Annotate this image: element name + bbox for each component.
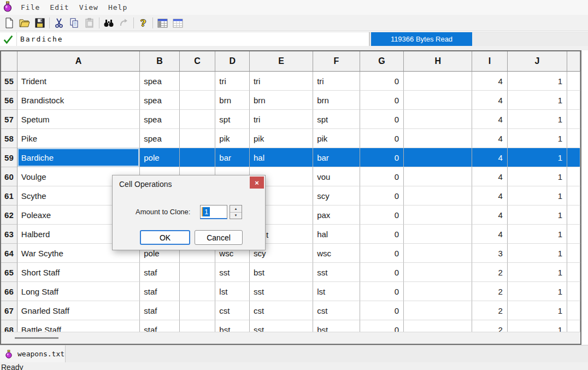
cut-icon[interactable] <box>51 16 67 30</box>
cell[interactable] <box>567 186 580 205</box>
cell[interactable] <box>180 110 216 129</box>
cell[interactable]: spea <box>140 91 180 110</box>
cell[interactable]: sst <box>250 282 313 301</box>
cell[interactable]: vou <box>313 167 360 186</box>
cell[interactable]: Long Staff <box>17 282 140 301</box>
cell[interactable]: Trident <box>17 72 140 91</box>
cell[interactable] <box>404 129 472 148</box>
column-header[interactable] <box>567 51 580 72</box>
cell[interactable]: wsc <box>313 244 360 263</box>
row-number[interactable]: 59 <box>1 148 17 167</box>
cell[interactable]: 1 <box>508 225 567 244</box>
spin-down-icon[interactable]: ▼ <box>230 213 242 219</box>
cell[interactable]: 2 <box>472 282 508 301</box>
cell[interactable] <box>404 205 472 225</box>
cell[interactable]: 1 <box>508 186 567 205</box>
cell[interactable]: Pike <box>17 129 140 148</box>
row-number[interactable]: 67 <box>1 301 17 320</box>
row-number[interactable]: 63 <box>1 225 17 244</box>
cell[interactable]: brn <box>250 91 313 110</box>
cell[interactable]: tri <box>250 72 313 91</box>
cell[interactable]: bst <box>250 263 313 282</box>
cell[interactable] <box>180 72 216 91</box>
cell[interactable] <box>567 244 580 263</box>
cell[interactable] <box>180 148 216 167</box>
cell[interactable]: 0 <box>360 263 404 282</box>
cell[interactable]: brn <box>313 91 360 110</box>
cell[interactable] <box>404 282 472 301</box>
cell[interactable] <box>404 148 472 167</box>
cell[interactable]: bar <box>313 148 360 167</box>
cell[interactable]: Brandistock <box>17 91 140 110</box>
horizontal-scrollbar[interactable] <box>1 332 580 344</box>
column-header[interactable]: B <box>140 51 180 72</box>
cell[interactable]: pole <box>140 148 180 167</box>
menu-edit[interactable]: Edit <box>46 3 75 11</box>
cell[interactable]: lst <box>313 282 360 301</box>
column-header[interactable]: H <box>404 51 472 72</box>
column-header[interactable]: C <box>180 51 216 72</box>
cell[interactable]: 1 <box>508 244 567 263</box>
cell[interactable]: brn <box>215 91 250 110</box>
cell[interactable]: Gnarled Staff <box>17 301 140 320</box>
cell[interactable]: 4 <box>472 110 508 129</box>
column-header[interactable]: E <box>250 51 313 72</box>
cell[interactable] <box>567 282 580 301</box>
cell[interactable]: Bardiche <box>17 148 140 167</box>
cell[interactable] <box>567 91 580 110</box>
find-icon[interactable] <box>101 16 116 30</box>
column-header[interactable]: D <box>215 51 250 72</box>
column-header[interactable]: J <box>508 51 567 72</box>
cell[interactable]: 1 <box>508 91 567 110</box>
cell[interactable]: cst <box>215 301 250 320</box>
cancel-button[interactable]: Cancel <box>195 230 243 245</box>
formula-input[interactable] <box>17 32 368 46</box>
cell[interactable]: hal <box>250 148 313 167</box>
cell[interactable] <box>567 110 580 129</box>
column-header[interactable]: G <box>360 51 404 72</box>
spin-up-icon[interactable]: ▲ <box>230 205 242 213</box>
row-number[interactable]: 64 <box>1 244 17 263</box>
cell[interactable] <box>567 72 580 91</box>
menu-help[interactable]: Help <box>105 3 134 11</box>
cell[interactable]: sst <box>313 263 360 282</box>
cell[interactable] <box>567 205 580 225</box>
copy-icon[interactable] <box>67 16 82 30</box>
cell[interactable] <box>404 167 472 186</box>
table-grid-icon[interactable] <box>170 16 185 30</box>
cell[interactable]: spt <box>215 110 250 129</box>
cell[interactable]: 0 <box>360 244 404 263</box>
cell[interactable]: 1 <box>508 110 567 129</box>
cell[interactable]: bar <box>215 148 250 167</box>
cell[interactable] <box>180 282 216 301</box>
cell[interactable]: 0 <box>360 320 404 332</box>
row-number[interactable]: 58 <box>1 129 17 148</box>
cell[interactable]: cst <box>313 301 360 320</box>
cell[interactable]: 4 <box>472 72 508 91</box>
cell[interactable]: scy <box>313 186 360 205</box>
cell[interactable]: bst <box>215 320 250 332</box>
help-icon[interactable]: ? <box>136 16 151 30</box>
new-file-icon[interactable] <box>2 16 17 30</box>
cell[interactable]: 4 <box>472 205 508 225</box>
row-number[interactable]: 65 <box>1 263 17 282</box>
cell[interactable]: pax <box>313 205 360 225</box>
row-number[interactable]: 61 <box>1 186 17 205</box>
cell[interactable]: 4 <box>472 91 508 110</box>
cell[interactable]: tri <box>215 72 250 91</box>
row-number[interactable]: 57 <box>1 110 17 129</box>
cell[interactable]: 0 <box>360 91 404 110</box>
cell[interactable]: 1 <box>508 301 567 320</box>
cell[interactable]: 1 <box>508 167 567 186</box>
cell[interactable]: bst <box>313 320 360 332</box>
cell[interactable] <box>567 320 580 332</box>
row-number[interactable]: 60 <box>1 167 17 186</box>
cell[interactable]: pik <box>250 129 313 148</box>
ok-button[interactable]: OK <box>140 230 190 245</box>
cell[interactable]: hal <box>313 225 360 244</box>
cell[interactable]: staf <box>140 301 180 320</box>
cell[interactable] <box>404 225 472 244</box>
cell[interactable]: spea <box>140 110 180 129</box>
row-number[interactable]: 68 <box>1 320 17 332</box>
cell[interactable]: spea <box>140 129 180 148</box>
